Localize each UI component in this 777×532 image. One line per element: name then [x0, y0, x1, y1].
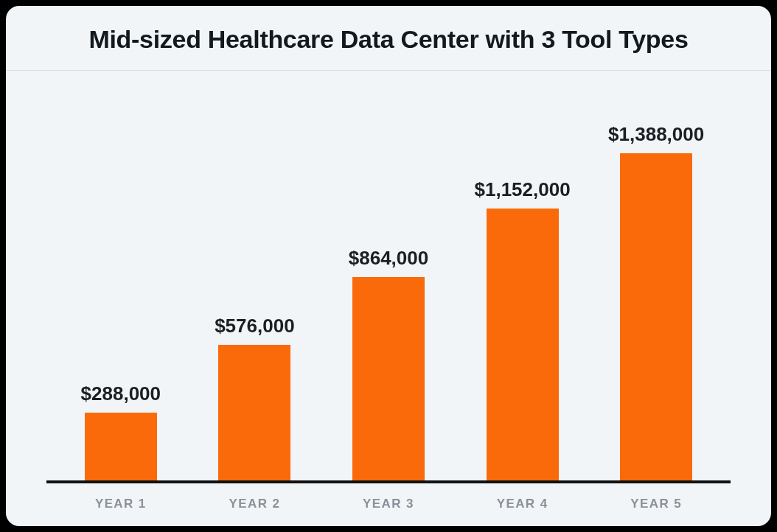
x-tick-year2: YEAR 2 [188, 497, 322, 511]
bar-value-label: $576,000 [215, 315, 294, 337]
bar-value-label: $288,000 [81, 382, 161, 405]
bar-value-label: $1,388,000 [608, 123, 704, 146]
x-axis: YEAR 1 YEAR 2 YEAR 3 YEAR 4 YEAR 5 [46, 483, 731, 511]
chart-header: Mid-sized Healthcare Data Center with 3 … [6, 6, 771, 71]
x-tick-year4: YEAR 4 [456, 497, 590, 511]
bar-value-label: $1,152,000 [475, 178, 571, 201]
chart-area: $288,000 $576,000 $864,000 $1,152,000 $1… [6, 71, 771, 526]
bar-year4 [487, 209, 559, 480]
bar-value-label: $864,000 [349, 247, 428, 270]
x-tick-year3: YEAR 3 [321, 497, 456, 511]
x-tick-year1: YEAR 1 [54, 497, 188, 511]
bar-col-year2: $576,000 [188, 93, 322, 480]
bar-year5 [620, 153, 692, 480]
chart-plot: $288,000 $576,000 $864,000 $1,152,000 $1… [46, 93, 731, 483]
chart-card: Mid-sized Healthcare Data Center with 3 … [6, 6, 771, 526]
bar-year3 [352, 277, 425, 480]
bar-col-year4: $1,152,000 [456, 93, 590, 480]
bar-col-year3: $864,000 [321, 93, 456, 480]
chart-title: Mid-sized Healthcare Data Center with 3 … [35, 25, 742, 54]
bar-col-year1: $288,000 [54, 93, 188, 480]
x-tick-year5: YEAR 5 [589, 497, 723, 511]
bar-year1 [85, 413, 157, 480]
bar-col-year5: $1,388,000 [589, 93, 723, 480]
bar-year2 [218, 345, 290, 480]
